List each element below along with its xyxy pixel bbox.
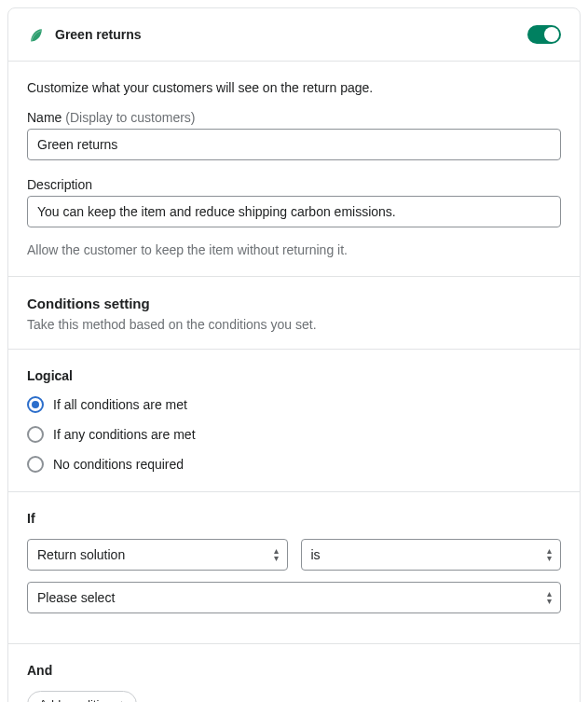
card-header-left: Green returns: [27, 25, 142, 44]
if-value-select-wrap: Please select ▴▾: [27, 582, 561, 613]
radio-icon: [27, 426, 44, 443]
name-label-row: Name (Display to customers): [27, 110, 561, 125]
conditions-heading-section: Conditions setting Take this method base…: [8, 276, 580, 349]
if-row-2: Please select ▴▾: [27, 582, 561, 613]
logical-radio-group: If all conditions are met If any conditi…: [27, 396, 561, 473]
and-section: And Add condition +: [8, 643, 580, 702]
if-field-select-wrap: Return solution ▴▾: [27, 539, 288, 571]
if-operator-select[interactable]: is: [301, 539, 562, 571]
customize-section: Customize what your customers will see o…: [8, 61, 580, 276]
logical-section: Logical If all conditions are met If any…: [8, 349, 580, 491]
radio-label: If any conditions are met: [53, 427, 196, 442]
name-input[interactable]: [27, 129, 561, 160]
if-operator-select-wrap: is ▴▾: [301, 539, 562, 571]
radio-icon: [27, 396, 44, 413]
plus-icon: +: [118, 697, 126, 702]
logical-title: Logical: [27, 368, 561, 383]
if-field-select[interactable]: Return solution: [27, 539, 288, 571]
if-value-select[interactable]: Please select: [27, 582, 561, 613]
logical-option-all[interactable]: If all conditions are met: [27, 396, 561, 413]
description-field: Description: [27, 177, 561, 227]
description-input[interactable]: [27, 196, 561, 227]
name-field: Name (Display to customers): [27, 110, 561, 160]
conditions-heading: Conditions setting: [27, 296, 561, 311]
customize-note: Allow the customer to keep the item with…: [27, 242, 561, 257]
customize-intro: Customize what your customers will see o…: [27, 80, 561, 95]
enable-toggle[interactable]: [527, 25, 561, 44]
if-row-1: Return solution ▴▾ is ▴▾: [27, 539, 561, 571]
and-title: And: [27, 663, 561, 678]
if-section: If Return solution ▴▾ is ▴▾ Please selec…: [8, 491, 580, 643]
card-header: Green returns: [8, 8, 580, 61]
logical-option-none[interactable]: No conditions required: [27, 456, 561, 473]
description-label: Description: [27, 177, 561, 192]
radio-label: No conditions required: [53, 457, 184, 472]
logical-option-any[interactable]: If any conditions are met: [27, 426, 561, 443]
add-condition-button[interactable]: Add condition +: [27, 691, 137, 702]
name-label: Name: [27, 110, 62, 125]
radio-icon: [27, 456, 44, 473]
radio-label: If all conditions are met: [53, 397, 187, 412]
card-title: Green returns: [55, 27, 142, 42]
add-condition-label: Add condition: [39, 697, 113, 702]
green-returns-card: Green returns Customize what your custom…: [7, 7, 581, 702]
conditions-sub: Take this method based on the conditions…: [27, 317, 561, 332]
leaf-icon: [27, 25, 46, 44]
name-hint: (Display to customers): [65, 110, 195, 125]
if-title: If: [27, 511, 561, 526]
